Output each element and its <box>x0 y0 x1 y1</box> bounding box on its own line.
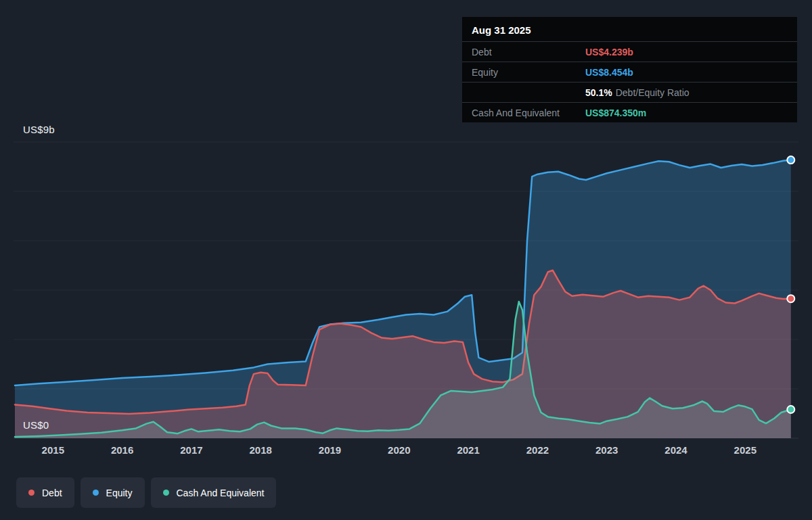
legend-item-debt[interactable]: Debt <box>16 477 74 508</box>
tooltip-cash-label: Cash And Equivalent <box>472 108 585 118</box>
x-tick-label: 2020 <box>388 444 410 456</box>
x-tick-label: 2015 <box>42 444 64 456</box>
tooltip-row-debt: Debt US$4.239b <box>462 41 797 62</box>
tooltip-ratio-percent: 50.1% <box>585 87 612 98</box>
x-tick-label: 2024 <box>664 444 687 456</box>
tooltip-row-ratio: 50.1%Debt/Equity Ratio <box>462 82 797 102</box>
tooltip-row-cash: Cash And Equivalent US$874.350m <box>462 102 797 122</box>
tooltip-ratio-text: Debt/Equity Ratio <box>616 87 690 98</box>
x-tick-label: 2021 <box>457 444 479 456</box>
y-axis-label-top: US$9b <box>23 124 55 135</box>
cash-legend-dot-icon <box>163 490 169 496</box>
x-tick-label: 2025 <box>734 444 757 456</box>
cash-end-marker[interactable] <box>787 406 794 413</box>
x-tick-label: 2022 <box>526 444 549 456</box>
x-tick-label: 2019 <box>319 444 341 456</box>
equity-end-marker[interactable] <box>787 156 794 164</box>
legend-label: Debt <box>42 488 62 498</box>
x-tick-label: 2018 <box>250 444 272 456</box>
legend-item-equity[interactable]: Equity <box>81 477 145 508</box>
x-tick-label: 2017 <box>180 444 202 456</box>
legend-label: Cash And Equivalent <box>177 488 265 498</box>
debt-end-marker[interactable] <box>787 295 794 302</box>
tooltip-equity-value: US$8.454b <box>585 67 633 78</box>
legend: DebtEquityCash And Equivalent <box>16 477 276 508</box>
x-tick-label: 2023 <box>595 444 618 456</box>
tooltip-cash-value: US$874.350m <box>585 108 646 118</box>
chart-tooltip: Aug 31 2025 Debt US$4.239b Equity US$8.4… <box>462 17 797 122</box>
y-axis-label-zero: US$0 <box>23 419 49 431</box>
legend-label: Equity <box>106 488 133 498</box>
x-tick-label: 2016 <box>111 444 133 456</box>
tooltip-debt-label: Debt <box>472 47 585 57</box>
tooltip-date: Aug 31 2025 <box>462 17 797 41</box>
legend-item-cash[interactable]: Cash And Equivalent <box>151 477 277 508</box>
debt-legend-dot-icon <box>28 490 35 496</box>
tooltip-ratio-value: 50.1%Debt/Equity Ratio <box>585 87 690 98</box>
tooltip-equity-label: Equity <box>472 67 585 78</box>
tooltip-row-equity: Equity US$8.454b <box>462 62 797 82</box>
tooltip-debt-value: US$4.239b <box>585 47 633 57</box>
equity-legend-dot-icon <box>93 490 99 496</box>
